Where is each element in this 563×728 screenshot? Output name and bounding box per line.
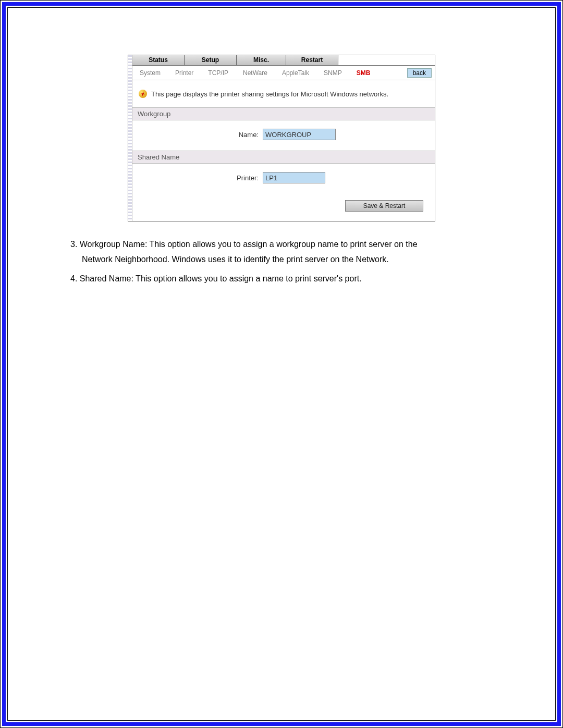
section-workgroup-body: Name: xyxy=(132,120,435,151)
doc-item-3-line2: Network Neighborhood. Windows uses it to… xyxy=(70,252,493,267)
workgroup-name-input[interactable] xyxy=(263,129,336,140)
subnav-snmp[interactable]: SNMP xyxy=(316,69,349,77)
document-body: 3. Workgroup Name: This option allows yo… xyxy=(18,237,545,286)
config-screenshot: Status Setup Misc. Restart System Printe… xyxy=(128,55,435,221)
tab-setup[interactable]: Setup xyxy=(185,55,237,65)
subnav-appletalk[interactable]: AppleTalk xyxy=(275,69,316,77)
tab-restart[interactable]: Restart xyxy=(286,55,338,65)
button-row: Save & Restart xyxy=(132,194,435,221)
section-shared-body: Printer: xyxy=(132,164,435,194)
subnav-smb[interactable]: SMB xyxy=(349,69,378,77)
tab-status[interactable]: Status xyxy=(132,55,185,65)
shared-printer-label: Printer: xyxy=(138,174,263,182)
shared-printer-input[interactable] xyxy=(263,172,325,183)
sub-nav-bar: System Printer TCP/IP NetWare AppleTalk … xyxy=(132,66,435,80)
info-text: This page displays the printer sharing s… xyxy=(151,90,388,98)
workgroup-name-label: Name: xyxy=(138,131,263,139)
save-restart-button[interactable]: Save & Restart xyxy=(345,200,423,212)
back-button[interactable]: back xyxy=(407,68,432,78)
subnav-printer[interactable]: Printer xyxy=(168,69,201,77)
main-tab-bar: Status Setup Misc. Restart xyxy=(132,55,435,66)
subnav-tcpip[interactable]: TCP/IP xyxy=(201,69,236,77)
left-pattern xyxy=(128,55,132,221)
section-shared-header: Shared Name xyxy=(132,151,435,164)
doc-item-4: 4. Shared Name: This option allows you t… xyxy=(70,272,493,287)
section-workgroup-header: Workgroup xyxy=(132,107,435,120)
info-icon xyxy=(139,90,147,98)
subnav-system[interactable]: System xyxy=(132,69,168,77)
doc-item-3-line1: 3. Workgroup Name: This option allows yo… xyxy=(70,240,418,249)
info-row: This page displays the printer sharing s… xyxy=(132,80,435,107)
subnav-netware[interactable]: NetWare xyxy=(236,69,275,77)
tab-misc[interactable]: Misc. xyxy=(237,55,286,65)
